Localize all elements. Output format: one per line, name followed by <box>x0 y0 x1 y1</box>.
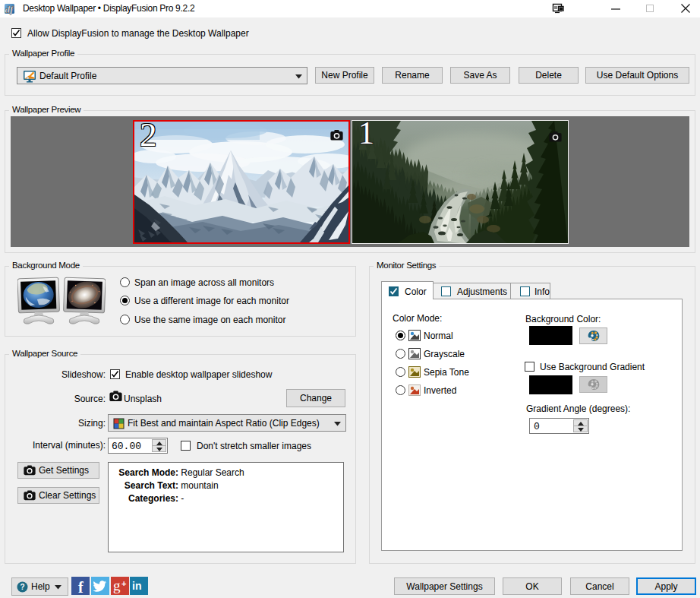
svg-text:?: ? <box>20 583 24 591</box>
svg-text:df: df <box>5 4 15 15</box>
